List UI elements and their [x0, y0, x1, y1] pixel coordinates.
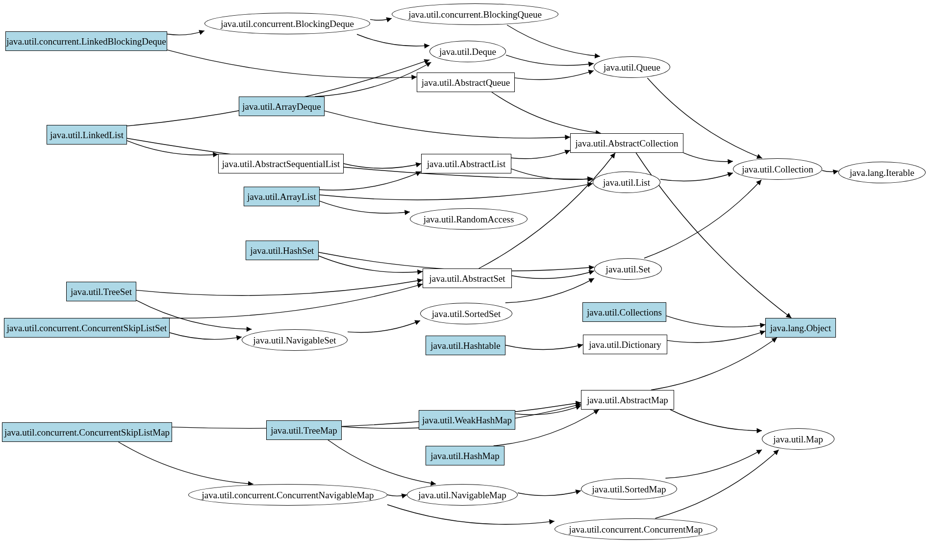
edge-LinkedBlockingDeque-to-AbstractQueue [167, 50, 417, 78]
edge-TreeMap-to-NavigableMap [328, 440, 436, 484]
node-AbstractMap: java.util.AbstractMap [581, 390, 674, 410]
node-ConcurrentNavigableMap: java.util.concurrent.ConcurrentNavigable… [188, 484, 387, 506]
edge-Hashtable-to-Dictionary [505, 345, 583, 350]
node-Queue: java.util.Queue [594, 56, 670, 78]
node-ConcurrentSkipListMap: java.util.concurrent.ConcurrentSkipListM… [2, 422, 172, 442]
node-Collections: java.util.Collections [582, 302, 666, 322]
edge-BlockingDeque-to-BlockingQueue [370, 18, 392, 20]
node-ConcurrentSkipListSet: java.util.concurrent.ConcurrentSkipListS… [4, 318, 170, 338]
node-Hashtable: java.util.Hashtable [426, 336, 505, 355]
edge-AbstractSet-to-Set [512, 271, 594, 279]
edge-AbstractMap-to-Map [670, 410, 762, 431]
node-AbstractSet: java.util.AbstractSet [423, 268, 512, 288]
edge-HashSet-to-AbstractSet [319, 256, 423, 272]
node-BlockingDeque: java.util.concurrent.BlockingDeque [204, 13, 370, 34]
edge-LinkedBlockingDeque-to-BlockingDeque [167, 31, 204, 35]
node-AbstractCollection: java.util.AbstractCollection [570, 133, 683, 153]
node-Collection: java.util.Collection [733, 158, 822, 180]
edge-ArrayDeque-to-AbstractCollection [325, 111, 570, 138]
edge-ConcurrentSkipListSet-to-AbstractSet [162, 284, 423, 318]
edge-ArrayList-to-List [320, 184, 593, 200]
edge-Set-to-Collection [644, 180, 761, 258]
node-SortedMap: java.util.SortedMap [581, 478, 677, 500]
edge-ConcurrentSkipListSet-to-NavigableSet [170, 333, 242, 340]
node-LinkedList: java.util.LinkedList [47, 125, 127, 145]
node-AbstractList: java.util.AbstractList [421, 154, 511, 173]
node-HashSet: java.util.HashSet [246, 241, 319, 260]
edge-ConcurrentNavigableMap-to-ConcurrentMap [387, 505, 554, 524]
node-HashMap: java.util.HashMap [426, 446, 504, 465]
edge-SortedSet-to-Set [505, 278, 594, 303]
edge-AbstractList-to-AbstractCollection [511, 150, 570, 159]
node-BlockingQueue: java.util.concurrent.BlockingQueue [392, 3, 558, 25]
edge-NavigableSet-to-SortedSet [348, 321, 420, 333]
edge-WeakHashMap-to-AbstractMap [515, 406, 581, 415]
edge-LinkedList-to-AbstractSequentialList [127, 141, 218, 155]
node-AbstractSequentialList: java.util.AbstractSequentialList [218, 154, 344, 173]
node-WeakHashMap: java.util.WeakHashMap [419, 410, 515, 430]
node-Iterable: java.lang.Iterable [838, 162, 926, 183]
edge-BlockingQueue-to-Queue [507, 25, 600, 56]
edge-ConcurrentSkipListMap-to-ConcurrentNavigableMap [118, 442, 253, 484]
edge-BlockingDeque-to-Deque [357, 34, 429, 46]
node-NavigableMap: java.util.NavigableMap [407, 484, 518, 506]
edge-Collection-to-Iterable [822, 170, 838, 172]
node-NavigableSet: java.util.NavigableSet [242, 329, 348, 351]
edge-Collections-to-Object [666, 316, 765, 327]
edge-AbstractCollection-to-Collection [683, 153, 733, 162]
node-ConcurrentMap: java.util.concurrent.ConcurrentMap [554, 518, 717, 540]
edge-ConcurrentMap-to-Map [655, 450, 779, 518]
node-AbstractQueue: java.util.AbstractQueue [417, 73, 515, 92]
class-hierarchy-diagram: java.lang.Iterablejava.util.Collectionja… [0, 0, 932, 560]
edge-Deque-to-Queue [506, 55, 594, 65]
node-TreeMap: java.util.TreeMap [266, 420, 342, 440]
edge-ConcurrentNavigableMap-to-NavigableMap [387, 495, 407, 496]
node-ArrayDeque: java.util.ArrayDeque [239, 97, 325, 116]
edge-AbstractMap-to-Object [651, 338, 777, 390]
edge-NavigableMap-to-SortedMap [518, 490, 581, 495]
edge-AbstractQueue-to-AbstractCollection [492, 92, 601, 133]
edge-ArrayList-to-RandomAccess [320, 201, 410, 213]
edge-ArrayDeque-to-Deque [315, 62, 431, 97]
edge-ArrayList-to-AbstractList [320, 171, 421, 190]
edge-AbstractSequentialList-to-AbstractList [344, 164, 421, 168]
edge-LinkedList-to-List [127, 138, 593, 179]
node-Object: java.lang.Object [765, 318, 836, 338]
node-List: java.util.List [593, 171, 660, 193]
edge-Dictionary-to-Object [667, 331, 765, 342]
node-RandomAccess: java.util.RandomAccess [410, 208, 528, 230]
node-ArrayList: java.util.ArrayList [244, 187, 320, 206]
edge-List-to-Collection [660, 173, 733, 181]
edge-SortedMap-to-Map [665, 450, 762, 478]
node-TreeSet: java.util.TreeSet [66, 282, 136, 301]
edge-AbstractQueue-to-Queue [515, 71, 594, 79]
edge-AbstractList-to-List [511, 169, 593, 180]
node-Deque: java.util.Deque [429, 41, 506, 62]
node-Dictionary: java.util.Dictionary [583, 335, 667, 354]
edge-ConcurrentSkipListMap-to-AbstractMap [172, 403, 581, 429]
node-SortedSet: java.util.SortedSet [420, 303, 512, 324]
node-Set: java.util.Set [594, 258, 662, 280]
node-LinkedBlockingDeque: java.util.concurrent.LinkedBlockingDeque [5, 31, 167, 51]
node-Map: java.util.Map [762, 428, 834, 450]
edge-TreeSet-to-AbstractSet [136, 280, 423, 295]
